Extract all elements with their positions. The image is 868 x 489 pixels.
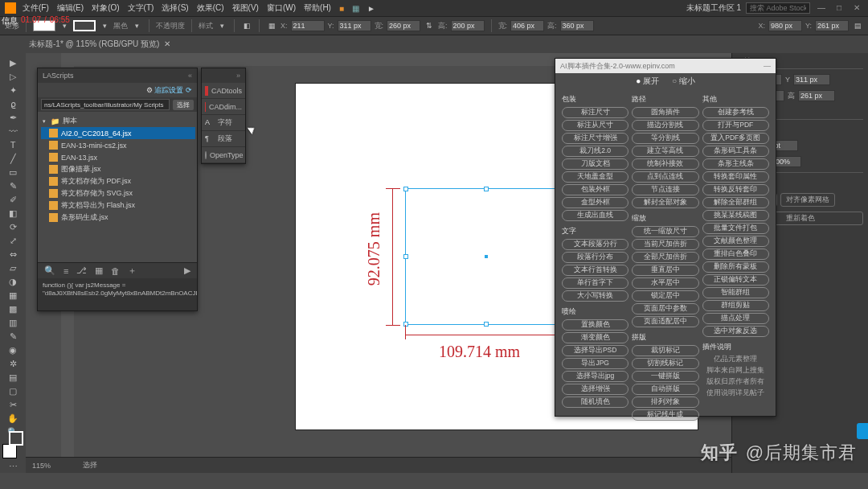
w-input[interactable] [387,20,420,31]
menu-effect[interactable]: 效果(C) [197,2,224,14]
radio-expand[interactable]: 展开 [636,76,659,87]
tool-slice[interactable]: ✂ [2,398,24,411]
tool-lasso[interactable]: ϱ [2,97,24,110]
chevron-down-icon[interactable]: ▾ [216,20,227,31]
tool-pen[interactable]: ✒ [2,111,24,124]
script-chip[interactable]: 锁定居中 [632,290,698,302]
tool-brush[interactable]: ✎ [2,179,24,192]
script-chip[interactable]: 挑某某线稿图 [702,210,769,221]
tool-line[interactable]: ╱ [2,152,24,165]
script-chip[interactable]: 解除全部群组 [702,197,769,208]
script-chip[interactable]: 标记线生成 [632,409,698,421]
script-chip[interactable]: 文献颜色整理 [702,236,769,247]
script-chip[interactable]: 标注尺寸增强 [562,133,628,144]
menu-select[interactable]: 选择(S) [162,2,188,14]
script-chip[interactable]: 置换颜色 [562,319,628,331]
tool-free-transform[interactable]: ▱ [2,261,24,274]
chevron-down-icon[interactable]: ▾ [131,20,142,31]
tool-artboard[interactable]: ▢ [2,384,24,397]
script-chip[interactable]: 段落行分布 [562,252,628,263]
script-item[interactable]: 将文档存储为 PDF.jsx [41,175,195,187]
menu-window[interactable]: 窗口(W) [267,2,296,14]
mini-docker[interactable]: » CADtools CADdim... A字符 ¶段落 OpenType [201,68,246,164]
script-chip[interactable]: 排列对象 [632,397,698,408]
menu-file[interactable]: 文件(F) [23,2,49,14]
menu-type[interactable]: 文字(T) [128,2,154,14]
script-chip[interactable]: 页面居中参数 [632,303,698,314]
refresh-icon[interactable]: ⟳ [186,86,192,94]
align-icon[interactable]: ◧ [241,20,252,31]
tool-symbol-spray[interactable]: ✲ [2,357,24,370]
script-chip[interactable]: 一键拼版 [632,371,698,382]
script-chip[interactable]: 裁刀线2.0 [562,146,628,157]
fh-input[interactable] [560,20,594,31]
tree-root[interactable]: 📁脚本 [41,115,195,127]
script-chip[interactable]: 单行首字下 [562,277,628,289]
tool-rotate[interactable]: ⟳ [2,220,24,233]
dock-caddim[interactable]: CADdim... [202,99,245,115]
script-chip[interactable]: 垂直居中 [632,265,698,276]
tool-eraser[interactable]: ◧ [2,207,24,220]
tool-width[interactable]: ⇔ [2,248,24,261]
menu-object[interactable]: 对象(O) [92,2,119,14]
dock-cadtools[interactable]: CADtools [202,83,245,99]
toolbar-arrow-icon[interactable]: ► [367,4,375,13]
script-chip[interactable]: 随机填色 [562,397,628,408]
dock-paragraph[interactable]: ¶段落 [202,131,245,147]
tool-shaper[interactable]: ✐ [2,193,24,206]
script-chip[interactable]: 群组剪贴 [702,300,769,311]
script-chip[interactable]: 选择导出PSD [562,345,628,356]
window-close-icon[interactable]: ✕ [850,3,863,13]
script-chip[interactable]: 当前尺加倍折 [632,239,698,250]
tool-gradient[interactable]: ▥ [2,316,24,329]
tool-curvature[interactable]: 〰 [2,125,24,138]
toolbar-icon[interactable]: ■ [339,4,344,13]
script-chip[interactable]: 节点连接 [632,184,698,195]
path-go-button[interactable]: 选择 [173,100,194,110]
script-item[interactable]: 图像描摹.jsx [41,163,195,175]
script-chip[interactable]: 裁切标记 [632,345,698,356]
tool-blend[interactable]: ◉ [2,343,24,356]
script-chip[interactable]: 描点处理 [702,313,769,324]
script-chip[interactable]: 全部尺加倍折 [632,252,698,263]
script-chip[interactable]: 盒型外框 [562,197,628,208]
script-chip[interactable]: 刀版文档 [562,158,628,170]
window-min-icon[interactable]: — [815,3,828,13]
script-chip[interactable]: 生成出血线 [562,210,628,221]
script-chip[interactable]: 重排白色叠印 [702,249,769,260]
workspace-label[interactable]: 未标题工作区 1 [686,2,741,14]
ex-input[interactable] [768,20,802,31]
script-chip[interactable]: 转换反转套印 [702,184,769,195]
dock-opentype[interactable]: OpenType [202,147,245,163]
script-chip[interactable]: 选中对象反选 [702,326,769,337]
script-chip[interactable]: 包装外框 [562,184,628,195]
ai-scripts-panel[interactable]: AI脚本插件合集-2.0-www.epinv.com — 展开 缩小 包装标注尺… [555,58,776,417]
chevron-down-icon[interactable]: ▾ [99,20,110,31]
lascripts-link[interactable]: 追踪设置 [154,86,183,94]
script-chip[interactable]: 切割线标记 [632,358,698,369]
tool-direct-select[interactable]: ▷ [2,70,24,83]
tool-scale[interactable]: ⤢ [2,234,24,247]
menu-view[interactable]: 视图(V) [232,2,259,14]
close-icon[interactable]: « [188,72,192,80]
quick-btn[interactable]: 对齐像素网格 [780,193,835,207]
script-item[interactable]: EAN-13-mini-cs2.jsx [41,139,195,151]
fw-input[interactable] [510,20,544,31]
tool-mesh[interactable]: ▩ [2,302,24,315]
y-input[interactable] [338,20,371,31]
script-chip[interactable]: 统制补接效 [632,158,698,170]
tool-graph[interactable]: ▤ [2,371,24,384]
script-chip[interactable]: 选择增强 [562,384,628,395]
script-chip[interactable]: 正锁偏转文本 [702,274,769,286]
radio-shrink[interactable]: 缩小 [672,76,695,87]
tool-magic-wand[interactable]: ✦ [2,84,24,97]
script-chip[interactable]: 点到点连线 [632,171,698,183]
tool-perspective[interactable]: ▦ [2,289,24,302]
script-chip[interactable]: 渐变颜色 [562,332,628,343]
collapse-icon[interactable]: » [236,72,240,80]
script-chip[interactable]: 转换套印属性 [702,171,769,183]
selected-rectangle[interactable] [405,188,567,325]
close-icon[interactable]: — [764,62,771,70]
script-chip[interactable]: 大小写转换 [562,290,628,302]
side-tab-icon[interactable] [857,423,868,439]
